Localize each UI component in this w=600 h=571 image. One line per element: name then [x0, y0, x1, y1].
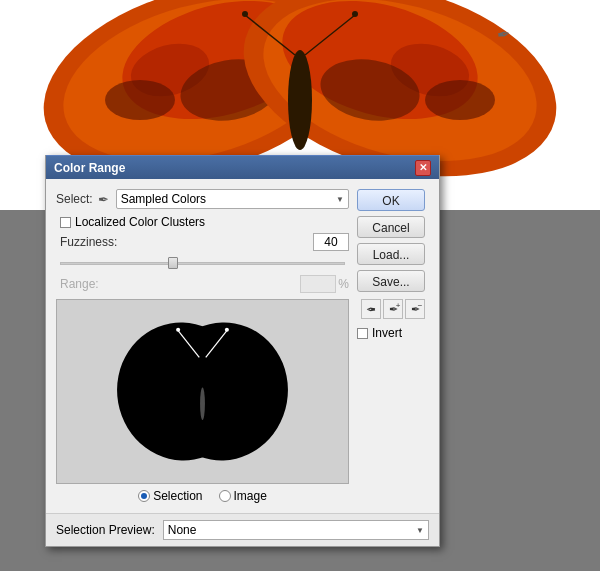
eyedropper-subtract-button[interactable]: ✒−	[405, 299, 425, 319]
svg-point-16	[352, 11, 358, 17]
eyedropper-sample-button[interactable]: ✒	[361, 299, 381, 319]
svg-point-11	[425, 80, 495, 120]
eyedropper-icon: ✒	[366, 302, 376, 316]
svg-point-22	[176, 328, 180, 332]
image-radio[interactable]	[219, 490, 231, 502]
localized-checkbox[interactable]	[60, 217, 71, 228]
eyedropper-add-button[interactable]: ✒+	[383, 299, 403, 319]
svg-point-15	[242, 11, 248, 17]
slider-thumb[interactable]	[168, 257, 178, 269]
range-label: Range:	[60, 277, 125, 291]
color-range-dialog: Color Range ✕ Select: ✒ Sampled Colors ▼…	[45, 155, 440, 547]
chevron-down-icon: ▼	[336, 195, 344, 204]
radio-row: Selection Image	[56, 489, 349, 503]
invert-label: Invert	[372, 326, 402, 340]
select-label: Select:	[56, 192, 93, 206]
localized-checkbox-row: Localized Color Clusters	[60, 215, 349, 229]
selection-radio[interactable]	[138, 490, 150, 502]
eyedropper-select-icon: ✒	[98, 192, 109, 207]
eyedropper-subtract-icon: ✒−	[411, 303, 420, 316]
select-value: Sampled Colors	[121, 192, 206, 206]
eyedropper-tools-row: ✒ ✒+ ✒−	[357, 299, 429, 319]
selection-preview-dropdown[interactable]: None ▼	[163, 520, 429, 540]
selection-label: Selection	[153, 489, 202, 503]
selection-preview-row: Selection Preview: None ▼	[46, 513, 439, 546]
svg-point-12	[288, 50, 312, 150]
dialog-title: Color Range	[54, 161, 125, 175]
range-row: Range: %	[60, 275, 349, 293]
localized-label: Localized Color Clusters	[75, 215, 205, 229]
selection-radio-dot	[141, 493, 147, 499]
fuzziness-slider[interactable]	[60, 255, 345, 271]
selection-radio-option[interactable]: Selection	[138, 489, 202, 503]
range-value-box	[300, 275, 336, 293]
image-radio-option[interactable]: Image	[219, 489, 267, 503]
svg-point-5	[105, 80, 175, 120]
title-bar: Color Range ✕	[46, 155, 439, 179]
svg-point-23	[225, 328, 229, 332]
fuzziness-label: Fuzziness:	[60, 235, 125, 249]
fuzziness-row: Fuzziness: 40	[60, 233, 349, 251]
eyedropper-add-icon: ✒+	[389, 303, 398, 316]
invert-row: Invert	[357, 326, 429, 340]
select-dropdown[interactable]: Sampled Colors ▼	[116, 189, 349, 209]
preview-area	[56, 299, 349, 484]
selection-preview-label: Selection Preview:	[56, 523, 155, 537]
slider-track	[60, 262, 345, 265]
select-row: Select: ✒ Sampled Colors ▼	[56, 189, 349, 209]
range-percent: %	[338, 277, 349, 291]
save-button[interactable]: Save...	[357, 270, 425, 292]
load-button[interactable]: Load...	[357, 243, 425, 265]
dialog-right-panel: OK Cancel Load... Save... ✒ ✒+ ✒− Invert	[357, 189, 429, 503]
dialog-body: Select: ✒ Sampled Colors ▼ Localized Col…	[46, 179, 439, 513]
svg-point-24	[200, 387, 205, 420]
ok-button[interactable]: OK	[357, 189, 425, 211]
fuzziness-value[interactable]: 40	[313, 233, 349, 251]
invert-checkbox[interactable]	[357, 328, 368, 339]
close-button[interactable]: ✕	[415, 160, 431, 176]
chevron-down-preview-icon: ▼	[416, 526, 424, 535]
preview-value: None	[168, 523, 197, 537]
cancel-button[interactable]: Cancel	[357, 216, 425, 238]
image-label: Image	[234, 489, 267, 503]
dialog-left-panel: Select: ✒ Sampled Colors ▼ Localized Col…	[56, 189, 349, 503]
